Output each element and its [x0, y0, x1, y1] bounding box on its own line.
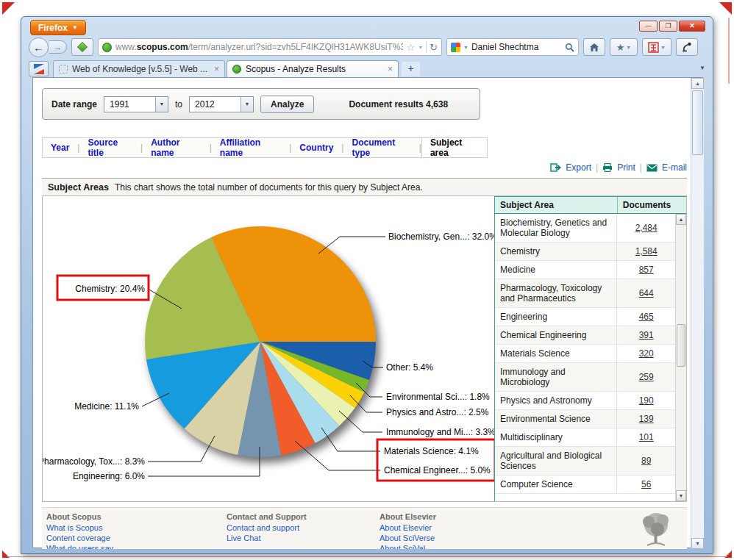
documents-cell: 139 [616, 410, 675, 428]
pinwheel-icon [34, 64, 44, 74]
table-row: Medicine857 [495, 261, 675, 279]
separator: | [596, 162, 598, 173]
firefox-menu-label: Firefox [38, 23, 68, 33]
documents-count-link[interactable]: 89 [641, 456, 651, 466]
lamp-icon [682, 42, 692, 52]
results-panel: Other: 5.4%Environmental Sci...: 1.8%Phy… [42, 195, 687, 502]
subject-area-cell: Medicine [495, 261, 616, 279]
documents-count-link[interactable]: 139 [639, 414, 654, 424]
footer-link-content-coverage[interactable]: Content coverage [46, 533, 227, 543]
google-logo-icon [451, 43, 460, 52]
reload-icon[interactable]: ↻ [430, 42, 438, 53]
footer-link-what-is-scopus[interactable]: What is Scopus [46, 523, 227, 533]
bookmarks-star-icon: ★ [616, 42, 625, 53]
scrollbar-thumb[interactable] [677, 324, 685, 367]
minimize-button[interactable]: — [639, 21, 658, 32]
navigation-toolbar: ← → www.scopus.com/term/analyzer.url?sid… [21, 36, 713, 58]
slice-label-chemical-engineering: Chemical Engineer...: 5.0% [384, 465, 491, 475]
search-box[interactable]: ▼ Daniel Shechtma [446, 38, 579, 56]
addon-diamond-icon [77, 42, 88, 52]
documents-count-link[interactable]: 2,484 [635, 223, 658, 233]
tab-close-icon[interactable]: × [388, 64, 393, 74]
footer-column-header: Contact and Support [227, 512, 380, 521]
subject-area-cell: Environmental Science [495, 410, 616, 428]
page-footer: About ScopusWhat is ScopusContent covera… [42, 507, 687, 549]
search-engine-caret-icon[interactable]: ▼ [463, 45, 468, 50]
footer-column-header: About Elsevier [380, 512, 563, 521]
search-input[interactable]: Daniel Shechtma [471, 42, 562, 52]
lamp-addon-button[interactable] [676, 38, 698, 56]
analysis-tab-author-name[interactable]: Author name [143, 138, 210, 157]
print-link[interactable]: Print [617, 162, 635, 173]
home-button[interactable] [583, 38, 605, 56]
tab-web-of-knowledge[interactable]: Web of Knowledge [v.5.5] - Web ... × [53, 60, 225, 77]
frame-corner-mark [719, 2, 732, 15]
magnifier-icon[interactable] [565, 43, 574, 52]
documents-count-link[interactable]: 56 [641, 479, 651, 489]
forward-button[interactable]: → [49, 40, 67, 54]
documents-count-link[interactable]: 101 [639, 432, 654, 442]
documents-count-link[interactable]: 259 [639, 372, 654, 382]
footer-link-live-chat[interactable]: Live Chat [227, 533, 380, 543]
url-bar[interactable]: www.scopus.com/term/analyzer.url?sid=zvh… [98, 38, 442, 56]
close-button[interactable]: ✕ [679, 21, 705, 32]
email-icon [646, 164, 658, 172]
section-title: Subject Areas [48, 182, 109, 193]
documents-count-link[interactable]: 190 [639, 395, 654, 406]
tab-close-icon[interactable]: × [214, 64, 219, 74]
documents-count-link[interactable]: 1,584 [635, 246, 658, 256]
analysis-tab-affiliation-name[interactable]: Affiliation name [212, 138, 289, 157]
scroll-up-icon[interactable]: ▲ [676, 214, 686, 225]
documents-count-link[interactable]: 857 [639, 265, 654, 275]
back-button[interactable]: ← [29, 37, 49, 57]
documents-count-link[interactable]: 391 [639, 330, 654, 340]
firefox-menu-button[interactable]: Firefox ▼ [30, 20, 86, 35]
analysis-tab-source-title[interactable]: Source title [79, 138, 140, 157]
select-caret-icon: ▼ [240, 97, 253, 112]
scrollbar-thumb[interactable] [692, 90, 703, 155]
table-scrollbar[interactable]: ▲ ▼ [675, 214, 686, 501]
export-link[interactable]: Export [566, 162, 591, 173]
subject-area-cell: Chemical Engineering [495, 326, 616, 344]
fu-addon-button[interactable]: ▼ [642, 38, 671, 56]
documents-cell: 101 [616, 428, 675, 446]
scroll-up-icon[interactable]: ▲ [691, 78, 704, 89]
analysis-tab-country[interactable]: Country [291, 138, 341, 157]
addon-button[interactable] [71, 38, 93, 56]
bookmarks-button[interactable]: ★ ▼ [610, 38, 638, 56]
table-body: Biochemistry, Genetics and Molecular Bio… [495, 214, 675, 501]
analysis-tab-year[interactable]: Year [43, 138, 77, 157]
analysis-tab-document-type[interactable]: Document type [343, 138, 418, 157]
document-results-count: Document results 4,638 [349, 99, 448, 110]
from-year-select[interactable]: 1991 ▼ [104, 96, 168, 112]
app-tab-button[interactable] [29, 61, 49, 76]
table-row: Chemical Engineering391 [495, 326, 675, 345]
page-scrollbar[interactable]: ▲ ▼ [691, 78, 704, 549]
missing-favicon-icon [59, 65, 68, 73]
documents-cell: 259 [616, 363, 675, 391]
documents-count-link[interactable]: 465 [639, 312, 654, 322]
analysis-tab-subject-area[interactable]: Subject area [421, 138, 487, 157]
slice-label-pharmacology-toxicology-and-pharmaceutics: Pharmacology, Tox...: 8.3% [43, 456, 145, 467]
tab-scopus-analyze-results[interactable]: Scopus - Analyze Results × [227, 60, 399, 77]
documents-cell: 320 [616, 345, 675, 362]
scroll-down-icon[interactable]: ▼ [676, 490, 686, 501]
footer-link-about-elsevier[interactable]: About Elsevier [380, 523, 563, 533]
firefox-window: Firefox ▼ — ❐ ✕ ← → www.scopus.com/term/… [21, 16, 713, 554]
footer-link-contact-and-support[interactable]: Contact and support [227, 523, 380, 533]
export-icon [550, 163, 561, 172]
footer-link-about-sciverse[interactable]: About SciVerse [380, 533, 563, 543]
new-tab-button[interactable]: + [402, 62, 420, 76]
analyze-button[interactable]: Analyze [260, 96, 314, 113]
bookmark-star-icon[interactable]: ☆ [407, 42, 416, 53]
footer-column-about-scopus: About ScopusWhat is ScopusContent covera… [46, 512, 227, 549]
url-dropdown-icon[interactable]: ▼ [418, 45, 423, 50]
email-link[interactable]: E-mail [662, 162, 687, 173]
subject-area-pie-chart: Other: 5.4%Environmental Sci...: 1.8%Phy… [43, 196, 496, 503]
documents-count-link[interactable]: 320 [639, 348, 654, 359]
scopus-favicon-icon [232, 65, 241, 73]
maximize-button[interactable]: ❐ [659, 21, 677, 32]
to-year-select[interactable]: 2012 ▼ [189, 96, 254, 112]
documents-count-link[interactable]: 644 [639, 288, 654, 298]
list-all-tabs-icon[interactable]: ▼ [699, 65, 705, 71]
